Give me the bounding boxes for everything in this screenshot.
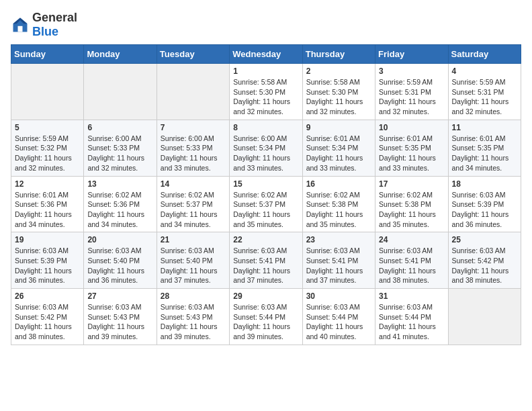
day-info: Sunrise: 6:00 AMSunset: 5:34 PMDaylight:… bbox=[233, 134, 298, 173]
day-number: 3 bbox=[379, 66, 444, 76]
day-info: Sunrise: 6:02 AMSunset: 5:37 PMDaylight:… bbox=[233, 190, 298, 230]
calendar-cell: 12Sunrise: 6:01 AMSunset: 5:36 PMDayligh… bbox=[11, 176, 84, 232]
calendar-cell bbox=[11, 64, 84, 120]
day-number: 2 bbox=[306, 66, 371, 76]
day-number: 11 bbox=[452, 123, 517, 132]
calendar-cell: 19Sunrise: 6:03 AMSunset: 5:39 PMDayligh… bbox=[11, 232, 84, 289]
col-thursday: Thursday bbox=[302, 45, 375, 64]
calendar-cell: 11Sunrise: 6:01 AMSunset: 5:35 PMDayligh… bbox=[448, 120, 521, 176]
day-number: 5 bbox=[15, 123, 80, 132]
day-info: Sunrise: 6:03 AMSunset: 5:41 PMDaylight:… bbox=[306, 246, 371, 285]
day-info: Sunrise: 6:03 AMSunset: 5:41 PMDaylight:… bbox=[233, 246, 298, 285]
day-number: 26 bbox=[15, 291, 80, 301]
calendar-cell: 10Sunrise: 6:01 AMSunset: 5:35 PMDayligh… bbox=[375, 120, 448, 176]
day-number: 7 bbox=[161, 123, 226, 132]
calendar-week-row: 1Sunrise: 5:58 AMSunset: 5:30 PMDaylight… bbox=[11, 64, 521, 120]
calendar-cell bbox=[84, 64, 157, 120]
day-info: Sunrise: 6:03 AMSunset: 5:44 PMDaylight:… bbox=[379, 302, 444, 342]
day-number: 8 bbox=[233, 123, 298, 132]
day-number: 19 bbox=[15, 235, 80, 244]
day-info: Sunrise: 6:03 AMSunset: 5:41 PMDaylight:… bbox=[379, 246, 444, 285]
logo-icon bbox=[11, 15, 30, 34]
col-sunday: Sunday bbox=[11, 45, 84, 64]
calendar-cell: 2Sunrise: 5:58 AMSunset: 5:30 PMDaylight… bbox=[302, 64, 375, 120]
day-number: 30 bbox=[306, 291, 371, 301]
calendar-cell: 24Sunrise: 6:03 AMSunset: 5:41 PMDayligh… bbox=[375, 232, 448, 289]
calendar-table: Sunday Monday Tuesday Wednesday Thursday… bbox=[11, 44, 521, 345]
day-info: Sunrise: 6:03 AMSunset: 5:39 PMDaylight:… bbox=[452, 190, 517, 230]
calendar-cell: 27Sunrise: 6:03 AMSunset: 5:43 PMDayligh… bbox=[84, 289, 157, 345]
day-number: 25 bbox=[452, 235, 517, 244]
calendar-week-row: 5Sunrise: 5:59 AMSunset: 5:32 PMDaylight… bbox=[11, 120, 521, 176]
day-info: Sunrise: 5:58 AMSunset: 5:30 PMDaylight:… bbox=[306, 77, 371, 117]
calendar-cell: 13Sunrise: 6:02 AMSunset: 5:36 PMDayligh… bbox=[84, 176, 157, 232]
day-number: 22 bbox=[233, 235, 298, 244]
calendar-cell: 1Sunrise: 5:58 AMSunset: 5:30 PMDaylight… bbox=[230, 64, 302, 120]
day-number: 12 bbox=[15, 179, 80, 189]
day-info: Sunrise: 6:03 AMSunset: 5:44 PMDaylight:… bbox=[306, 302, 371, 342]
calendar-cell: 5Sunrise: 5:59 AMSunset: 5:32 PMDaylight… bbox=[11, 120, 84, 176]
day-number: 24 bbox=[379, 235, 444, 244]
day-info: Sunrise: 6:00 AMSunset: 5:33 PMDaylight:… bbox=[87, 134, 152, 173]
day-info: Sunrise: 6:03 AMSunset: 5:42 PMDaylight:… bbox=[15, 302, 80, 342]
calendar-cell: 3Sunrise: 5:59 AMSunset: 5:31 PMDaylight… bbox=[375, 64, 448, 120]
calendar-cell: 15Sunrise: 6:02 AMSunset: 5:37 PMDayligh… bbox=[230, 176, 302, 232]
col-monday: Monday bbox=[84, 45, 157, 64]
day-number: 20 bbox=[87, 235, 152, 244]
day-info: Sunrise: 6:03 AMSunset: 5:39 PMDaylight:… bbox=[15, 246, 80, 285]
day-info: Sunrise: 6:03 AMSunset: 5:42 PMDaylight:… bbox=[452, 246, 517, 285]
day-number: 15 bbox=[233, 179, 298, 189]
col-saturday: Saturday bbox=[448, 45, 521, 64]
day-number: 17 bbox=[379, 179, 444, 189]
calendar-cell bbox=[448, 289, 521, 345]
col-friday: Friday bbox=[375, 45, 448, 64]
col-wednesday: Wednesday bbox=[230, 45, 302, 64]
calendar-cell: 16Sunrise: 6:02 AMSunset: 5:38 PMDayligh… bbox=[302, 176, 375, 232]
calendar-cell: 21Sunrise: 6:03 AMSunset: 5:40 PMDayligh… bbox=[157, 232, 229, 289]
logo: General Blue bbox=[11, 11, 77, 39]
day-info: Sunrise: 6:03 AMSunset: 5:40 PMDaylight:… bbox=[161, 246, 226, 285]
svg-rect-2 bbox=[18, 26, 23, 32]
calendar-cell: 6Sunrise: 6:00 AMSunset: 5:33 PMDaylight… bbox=[84, 120, 157, 176]
calendar-cell: 8Sunrise: 6:00 AMSunset: 5:34 PMDaylight… bbox=[230, 120, 302, 176]
calendar-cell: 28Sunrise: 6:03 AMSunset: 5:43 PMDayligh… bbox=[157, 289, 229, 345]
day-info: Sunrise: 5:59 AMSunset: 5:32 PMDaylight:… bbox=[15, 134, 80, 173]
day-number: 23 bbox=[306, 235, 371, 244]
logo-blue: Blue bbox=[32, 25, 58, 38]
col-tuesday: Tuesday bbox=[157, 45, 229, 64]
day-number: 27 bbox=[87, 291, 152, 301]
day-info: Sunrise: 6:01 AMSunset: 5:35 PMDaylight:… bbox=[379, 134, 444, 173]
calendar-cell: 30Sunrise: 6:03 AMSunset: 5:44 PMDayligh… bbox=[302, 289, 375, 345]
day-info: Sunrise: 6:02 AMSunset: 5:36 PMDaylight:… bbox=[87, 190, 152, 230]
day-info: Sunrise: 6:01 AMSunset: 5:35 PMDaylight:… bbox=[452, 134, 517, 173]
day-number: 18 bbox=[452, 179, 517, 189]
calendar-cell bbox=[157, 64, 229, 120]
calendar-cell: 7Sunrise: 6:00 AMSunset: 5:33 PMDaylight… bbox=[157, 120, 229, 176]
day-number: 4 bbox=[452, 66, 517, 76]
calendar-cell: 25Sunrise: 6:03 AMSunset: 5:42 PMDayligh… bbox=[448, 232, 521, 289]
calendar-week-row: 12Sunrise: 6:01 AMSunset: 5:36 PMDayligh… bbox=[11, 176, 521, 232]
day-number: 6 bbox=[87, 123, 152, 132]
calendar-cell: 20Sunrise: 6:03 AMSunset: 5:40 PMDayligh… bbox=[84, 232, 157, 289]
day-info: Sunrise: 6:01 AMSunset: 5:36 PMDaylight:… bbox=[15, 190, 80, 230]
calendar-week-row: 19Sunrise: 6:03 AMSunset: 5:39 PMDayligh… bbox=[11, 232, 521, 289]
page-header: General Blue bbox=[11, 11, 521, 39]
day-number: 14 bbox=[161, 179, 226, 189]
calendar-week-row: 26Sunrise: 6:03 AMSunset: 5:42 PMDayligh… bbox=[11, 289, 521, 345]
day-info: Sunrise: 5:58 AMSunset: 5:30 PMDaylight:… bbox=[233, 77, 298, 117]
day-info: Sunrise: 6:03 AMSunset: 5:43 PMDaylight:… bbox=[87, 302, 152, 342]
day-info: Sunrise: 6:03 AMSunset: 5:43 PMDaylight:… bbox=[161, 302, 226, 342]
day-number: 10 bbox=[379, 123, 444, 132]
calendar-cell: 26Sunrise: 6:03 AMSunset: 5:42 PMDayligh… bbox=[11, 289, 84, 345]
calendar-cell: 9Sunrise: 6:01 AMSunset: 5:34 PMDaylight… bbox=[302, 120, 375, 176]
day-number: 28 bbox=[161, 291, 226, 301]
day-number: 21 bbox=[161, 235, 226, 244]
day-number: 31 bbox=[379, 291, 444, 301]
day-number: 1 bbox=[233, 66, 298, 76]
calendar-cell: 18Sunrise: 6:03 AMSunset: 5:39 PMDayligh… bbox=[448, 176, 521, 232]
calendar-cell: 17Sunrise: 6:02 AMSunset: 5:38 PMDayligh… bbox=[375, 176, 448, 232]
logo-general: General bbox=[32, 11, 77, 24]
calendar-header-row: Sunday Monday Tuesday Wednesday Thursday… bbox=[11, 45, 521, 64]
day-info: Sunrise: 6:03 AMSunset: 5:40 PMDaylight:… bbox=[87, 246, 152, 285]
day-info: Sunrise: 5:59 AMSunset: 5:31 PMDaylight:… bbox=[452, 77, 517, 117]
